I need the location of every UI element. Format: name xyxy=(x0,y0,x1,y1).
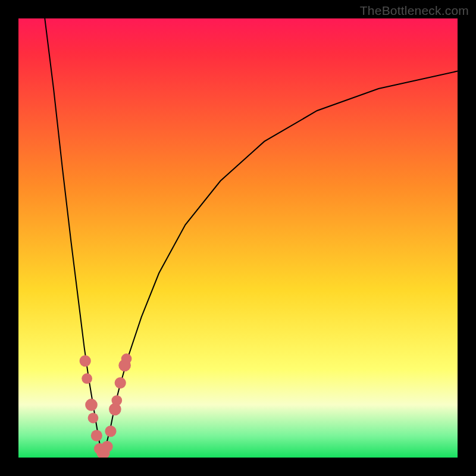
data-point xyxy=(121,353,132,364)
data-point xyxy=(91,430,102,441)
data-point xyxy=(85,399,98,411)
chart-frame: TheBottleneck.com xyxy=(0,0,476,476)
curve-left-branch xyxy=(45,18,103,458)
curves-layer xyxy=(18,18,458,458)
watermark-text: TheBottleneck.com xyxy=(360,4,469,18)
data-point xyxy=(111,395,122,406)
data-point xyxy=(105,425,116,437)
data-point xyxy=(82,373,92,384)
data-point xyxy=(80,355,91,367)
data-point xyxy=(101,441,112,452)
curve-right-branch xyxy=(103,71,458,458)
data-point xyxy=(88,413,99,424)
data-point xyxy=(115,377,126,389)
plot-area xyxy=(18,18,458,458)
